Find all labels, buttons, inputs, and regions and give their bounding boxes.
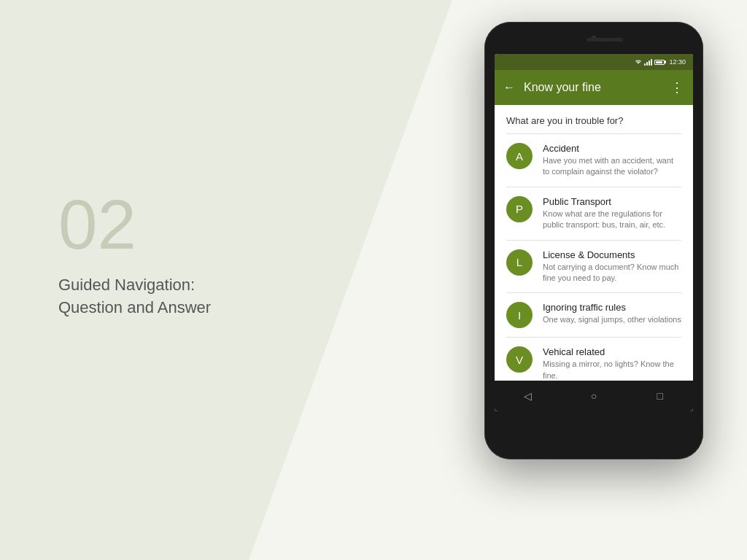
slide-number: 02 xyxy=(58,190,211,260)
item-text: License & Documents Not carrying a docum… xyxy=(543,249,681,284)
battery-icon xyxy=(654,60,665,65)
back-button[interactable]: ← xyxy=(500,78,518,97)
bottom-nav: ◁ ○ □ xyxy=(495,381,693,411)
app-bar-title: Know your fine xyxy=(524,81,662,94)
app-bar: ← Know your fine ⋮ xyxy=(495,70,693,105)
item-avatar: P xyxy=(506,196,533,222)
item-avatar: A xyxy=(506,143,533,169)
list-item[interactable]: A Accident Have you met with an accident… xyxy=(495,134,693,187)
item-text: Accident Have you met with an accident, … xyxy=(543,143,681,178)
item-subtitle: Have you met with an accident, want to c… xyxy=(543,155,681,178)
item-title: Public Transport xyxy=(543,196,681,207)
list-item[interactable]: L License & Documents Not carrying a doc… xyxy=(495,241,693,293)
item-subtitle: Know what are the regulations for public… xyxy=(543,209,681,231)
phone-wrapper: 12:30 ← Know your fine ⋮ What are you in… xyxy=(484,22,703,459)
status-icons: 12:30 xyxy=(635,58,686,66)
item-subtitle: One way, signal jumps, other violations xyxy=(543,314,681,325)
list-container: A Accident Have you met with an accident… xyxy=(495,134,693,381)
item-title: License & Documents xyxy=(543,249,681,260)
item-avatar: V xyxy=(506,346,533,373)
phone-screen: 12:30 ← Know your fine ⋮ What are you in… xyxy=(495,54,693,411)
item-avatar: I xyxy=(506,302,533,328)
item-text: Public Transport Know what are the regul… xyxy=(543,196,681,231)
left-section: 02 Guided Navigation: Question and Answe… xyxy=(58,190,211,319)
item-title: Ignoring traffic rules xyxy=(543,302,681,313)
list-item[interactable]: P Public Transport Know what are the reg… xyxy=(495,187,693,240)
slide-title: Guided Navigation: Question and Answer xyxy=(58,274,211,319)
signal-icon xyxy=(644,58,652,66)
status-time: 12:30 xyxy=(669,58,686,66)
nav-home-button[interactable]: ○ xyxy=(583,385,605,407)
phone-top-bar xyxy=(495,32,693,54)
nav-recents-button[interactable]: □ xyxy=(649,385,671,407)
screen-content: What are you in trouble for? A Accident … xyxy=(495,105,693,381)
phone-speaker xyxy=(587,38,623,42)
item-title: Accident xyxy=(543,143,681,154)
wifi-icon xyxy=(635,59,642,65)
more-options-button[interactable]: ⋮ xyxy=(667,77,687,98)
nav-back-button[interactable]: ◁ xyxy=(516,385,538,407)
status-bar: 12:30 xyxy=(495,54,693,70)
slide-title-line1: Guided Navigation: xyxy=(58,276,195,294)
phone-device: 12:30 ← Know your fine ⋮ What are you in… xyxy=(484,22,703,459)
item-text: Ignoring traffic rules One way, signal j… xyxy=(543,302,681,325)
item-subtitle: Not carrying a document? Know much fine … xyxy=(543,262,681,284)
item-text: Vehical related Missing a mirror, no lig… xyxy=(543,346,681,381)
item-subtitle: Missing a mirror, no lights? Know the fi… xyxy=(543,359,681,381)
item-avatar: L xyxy=(506,249,533,276)
section-header: What are you in trouble for? xyxy=(495,105,693,133)
list-item[interactable]: I Ignoring traffic rules One way, signal… xyxy=(495,293,693,337)
item-title: Vehical related xyxy=(543,346,681,357)
list-item[interactable]: V Vehical related Missing a mirror, no l… xyxy=(495,338,693,381)
phone-bottom xyxy=(495,411,693,426)
slide-title-line2: Question and Answer xyxy=(58,298,211,316)
